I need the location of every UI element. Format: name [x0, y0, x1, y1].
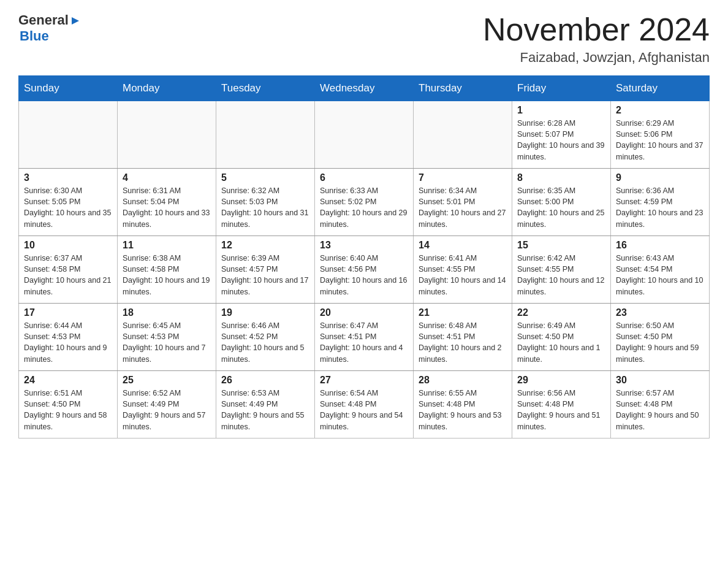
day-info: Sunrise: 6:36 AMSunset: 4:59 PMDaylight:… — [616, 185, 704, 230]
logo-general-text: General — [18, 12, 69, 28]
calendar-cell: 6Sunrise: 6:33 AMSunset: 5:02 PMDaylight… — [315, 169, 414, 236]
svg-marker-0 — [72, 17, 79, 25]
day-number: 10 — [24, 240, 112, 251]
day-number: 2 — [616, 105, 704, 116]
day-number: 15 — [517, 240, 605, 251]
weekday-header-monday: Monday — [118, 76, 216, 101]
day-number: 29 — [517, 375, 605, 386]
calendar-cell — [414, 101, 512, 169]
calendar-cell: 29Sunrise: 6:56 AMSunset: 4:48 PMDayligh… — [512, 371, 611, 439]
day-info: Sunrise: 6:28 AMSunset: 5:07 PMDaylight:… — [517, 118, 605, 163]
day-number: 9 — [616, 172, 704, 183]
calendar-cell: 23Sunrise: 6:50 AMSunset: 4:50 PMDayligh… — [611, 304, 710, 371]
logo-triangle-icon — [70, 15, 81, 26]
weekday-header-thursday: Thursday — [414, 76, 512, 101]
day-number: 5 — [221, 172, 309, 183]
day-info: Sunrise: 6:29 AMSunset: 5:06 PMDaylight:… — [616, 118, 704, 163]
week-row-2: 3Sunrise: 6:30 AMSunset: 5:05 PMDaylight… — [19, 169, 710, 236]
day-info: Sunrise: 6:48 AMSunset: 4:51 PMDaylight:… — [419, 320, 507, 365]
day-number: 22 — [517, 307, 605, 318]
calendar-cell: 21Sunrise: 6:48 AMSunset: 4:51 PMDayligh… — [414, 304, 512, 371]
day-number: 24 — [24, 375, 112, 386]
calendar-cell: 1Sunrise: 6:28 AMSunset: 5:07 PMDaylight… — [512, 101, 611, 169]
calendar-cell: 5Sunrise: 6:32 AMSunset: 5:03 PMDaylight… — [216, 169, 315, 236]
week-row-1: 1Sunrise: 6:28 AMSunset: 5:07 PMDaylight… — [19, 101, 710, 169]
day-info: Sunrise: 6:34 AMSunset: 5:01 PMDaylight:… — [419, 185, 507, 230]
day-number: 11 — [123, 240, 211, 251]
calendar-cell: 15Sunrise: 6:42 AMSunset: 4:55 PMDayligh… — [512, 236, 611, 304]
week-row-5: 24Sunrise: 6:51 AMSunset: 4:50 PMDayligh… — [19, 371, 710, 439]
day-number: 18 — [123, 307, 211, 318]
calendar-cell: 27Sunrise: 6:54 AMSunset: 4:48 PMDayligh… — [315, 371, 414, 439]
day-info: Sunrise: 6:30 AMSunset: 5:05 PMDaylight:… — [24, 185, 112, 230]
calendar-cell: 17Sunrise: 6:44 AMSunset: 4:53 PMDayligh… — [19, 304, 118, 371]
day-info: Sunrise: 6:56 AMSunset: 4:48 PMDaylight:… — [517, 388, 605, 432]
day-info: Sunrise: 6:40 AMSunset: 4:56 PMDaylight:… — [320, 253, 408, 297]
day-info: Sunrise: 6:37 AMSunset: 4:58 PMDaylight:… — [24, 253, 112, 297]
calendar-table: SundayMondayTuesdayWednesdayThursdayFrid… — [18, 75, 710, 439]
day-number: 13 — [320, 240, 408, 251]
day-info: Sunrise: 6:31 AMSunset: 5:04 PMDaylight:… — [123, 185, 211, 230]
logo: General Blue — [18, 12, 81, 44]
day-number: 28 — [419, 375, 507, 386]
calendar-cell: 25Sunrise: 6:52 AMSunset: 4:49 PMDayligh… — [118, 371, 216, 439]
day-number: 19 — [221, 307, 309, 318]
day-info: Sunrise: 6:57 AMSunset: 4:48 PMDaylight:… — [616, 388, 704, 432]
calendar-cell: 19Sunrise: 6:46 AMSunset: 4:52 PMDayligh… — [216, 304, 315, 371]
day-number: 8 — [517, 172, 605, 183]
day-info: Sunrise: 6:52 AMSunset: 4:49 PMDaylight:… — [123, 388, 211, 432]
calendar-cell: 8Sunrise: 6:35 AMSunset: 5:00 PMDaylight… — [512, 169, 611, 236]
calendar-cell — [216, 101, 315, 169]
calendar-cell: 7Sunrise: 6:34 AMSunset: 5:01 PMDaylight… — [414, 169, 512, 236]
day-info: Sunrise: 6:53 AMSunset: 4:49 PMDaylight:… — [221, 388, 309, 432]
day-number: 25 — [123, 375, 211, 386]
day-number: 14 — [419, 240, 507, 251]
location-title: Faizabad, Jowzjan, Afghanistan — [483, 50, 710, 66]
day-info: Sunrise: 6:38 AMSunset: 4:58 PMDaylight:… — [123, 253, 211, 297]
weekday-header-friday: Friday — [512, 76, 611, 101]
day-number: 1 — [517, 105, 605, 116]
week-row-3: 10Sunrise: 6:37 AMSunset: 4:58 PMDayligh… — [19, 236, 710, 304]
day-info: Sunrise: 6:42 AMSunset: 4:55 PMDaylight:… — [517, 253, 605, 297]
day-info: Sunrise: 6:35 AMSunset: 5:00 PMDaylight:… — [517, 185, 605, 230]
day-info: Sunrise: 6:41 AMSunset: 4:55 PMDaylight:… — [419, 253, 507, 297]
day-number: 3 — [24, 172, 112, 183]
day-number: 17 — [24, 307, 112, 318]
day-info: Sunrise: 6:47 AMSunset: 4:51 PMDaylight:… — [320, 320, 408, 365]
calendar-cell: 18Sunrise: 6:45 AMSunset: 4:53 PMDayligh… — [118, 304, 216, 371]
calendar-cell: 14Sunrise: 6:41 AMSunset: 4:55 PMDayligh… — [414, 236, 512, 304]
title-area: November 2024 Faizabad, Jowzjan, Afghani… — [483, 12, 710, 66]
calendar-cell: 24Sunrise: 6:51 AMSunset: 4:50 PMDayligh… — [19, 371, 118, 439]
day-number: 4 — [123, 172, 211, 183]
calendar-cell — [19, 101, 118, 169]
calendar-cell: 28Sunrise: 6:55 AMSunset: 4:48 PMDayligh… — [414, 371, 512, 439]
calendar-cell: 4Sunrise: 6:31 AMSunset: 5:04 PMDaylight… — [118, 169, 216, 236]
day-info: Sunrise: 6:43 AMSunset: 4:54 PMDaylight:… — [616, 253, 704, 297]
calendar-cell: 10Sunrise: 6:37 AMSunset: 4:58 PMDayligh… — [19, 236, 118, 304]
day-info: Sunrise: 6:55 AMSunset: 4:48 PMDaylight:… — [419, 388, 507, 432]
calendar-cell: 30Sunrise: 6:57 AMSunset: 4:48 PMDayligh… — [611, 371, 710, 439]
weekday-header-tuesday: Tuesday — [216, 76, 315, 101]
day-number: 23 — [616, 307, 704, 318]
day-info: Sunrise: 6:46 AMSunset: 4:52 PMDaylight:… — [221, 320, 309, 365]
calendar-cell: 26Sunrise: 6:53 AMSunset: 4:49 PMDayligh… — [216, 371, 315, 439]
calendar-cell — [315, 101, 414, 169]
calendar-cell: 9Sunrise: 6:36 AMSunset: 4:59 PMDaylight… — [611, 169, 710, 236]
day-info: Sunrise: 6:44 AMSunset: 4:53 PMDaylight:… — [24, 320, 112, 365]
day-number: 16 — [616, 240, 704, 251]
day-info: Sunrise: 6:49 AMSunset: 4:50 PMDaylight:… — [517, 320, 605, 365]
weekday-header-wednesday: Wednesday — [315, 76, 414, 101]
day-number: 27 — [320, 375, 408, 386]
day-info: Sunrise: 6:33 AMSunset: 5:02 PMDaylight:… — [320, 185, 408, 230]
day-number: 6 — [320, 172, 408, 183]
day-number: 21 — [419, 307, 507, 318]
day-number: 26 — [221, 375, 309, 386]
logo-blue-text: Blue — [20, 28, 49, 44]
calendar-cell: 2Sunrise: 6:29 AMSunset: 5:06 PMDaylight… — [611, 101, 710, 169]
calendar-cell: 13Sunrise: 6:40 AMSunset: 4:56 PMDayligh… — [315, 236, 414, 304]
weekday-header-sunday: Sunday — [19, 76, 118, 101]
calendar-cell: 22Sunrise: 6:49 AMSunset: 4:50 PMDayligh… — [512, 304, 611, 371]
day-info: Sunrise: 6:45 AMSunset: 4:53 PMDaylight:… — [123, 320, 211, 365]
day-number: 20 — [320, 307, 408, 318]
calendar-cell: 12Sunrise: 6:39 AMSunset: 4:57 PMDayligh… — [216, 236, 315, 304]
